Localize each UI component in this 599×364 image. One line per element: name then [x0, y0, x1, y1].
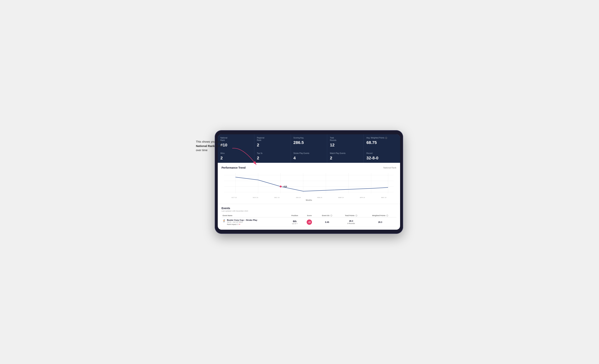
performance-section: Performance Trend National Rank — [218, 163, 400, 204]
events-section: Events Last updated: 24th November 2023 … — [218, 204, 400, 230]
stat-match-play: Match Play Events 2 — [327, 150, 363, 163]
x-label-nov23: NOV 23 — [245, 197, 266, 198]
tablet-device: NationalRank #10 RegionalRank 2 Scoring … — [215, 130, 403, 234]
rank-impact-arrow: ▼ — [239, 223, 240, 225]
event-total-points: 28.33 Rounds — [338, 217, 364, 227]
annotation-text: This shows you your National Rank trend … — [196, 140, 228, 152]
stat-top3s: Top 3s 2 — [254, 150, 291, 163]
col-event-name: Event Name — [221, 214, 287, 217]
event-date: Oct 9 – Oct 10, 2023 — [227, 221, 257, 223]
x-label-dec23: DEC 23 — [266, 197, 288, 198]
col-position: Position — [287, 214, 303, 217]
stats-grid-row1: NationalRank #10 RegionalRank 2 Scoring … — [218, 134, 400, 150]
event-rank-impact: Rank Impact: 3 ▼ — [227, 223, 257, 225]
events-table: Event Name Position Score Event SG i Tot… — [221, 214, 396, 227]
x-label-jan24: JAN 24 — [288, 197, 309, 198]
info-icon-weighted-points[interactable]: i — [386, 215, 388, 216]
performance-title: Performance Trend — [221, 166, 246, 169]
score-badge: -22 — [307, 220, 312, 225]
annotation-before: This shows you your — [196, 140, 222, 143]
x-label-mar24: MAR 24 — [330, 197, 352, 198]
x-label-feb24: FEB 24 — [309, 197, 330, 198]
events-title: Events — [221, 207, 396, 210]
event-name-cell: 🏌 Buster Cozy Cup – Stroke Play Oct 9 – … — [221, 217, 287, 227]
chart-container: #10 — [221, 171, 396, 196]
stat-stroke-play: Stroke Play Events 4 — [291, 150, 327, 163]
col-total-points: Total Points i — [338, 214, 364, 217]
event-weighted-points: 28.3 — [364, 217, 396, 227]
annotation-bold: National Rank — [196, 144, 215, 148]
tablet-screen: NationalRank #10 RegionalRank 2 Scoring … — [218, 134, 400, 230]
performance-header: Performance Trend National Rank — [221, 166, 396, 169]
stat-regional-rank: RegionalRank 2 — [254, 134, 291, 150]
info-icon-avg-weighted[interactable]: i — [385, 137, 387, 139]
stat-total-rounds: TotalRounds 12 — [327, 134, 363, 150]
x-label-apr24: APR 24 — [352, 197, 373, 198]
stat-record: Record 32-8-0 — [364, 150, 400, 163]
col-score: Score — [303, 214, 316, 217]
stats-grid-row2: Wins 2 Top 3s 2 Stroke Play Events 4 Mat… — [218, 150, 400, 163]
svg-text:#10: #10 — [283, 185, 287, 188]
outer-wrapper: This shows you your National Rank trend … — [196, 130, 403, 234]
performance-chart: #10 — [221, 171, 396, 196]
events-header: Events — [221, 207, 396, 210]
event-position: 6th out of 7 — [287, 217, 303, 227]
col-weighted-points: Weighted Points i — [364, 214, 396, 217]
event-sg: 0.45 — [316, 217, 338, 227]
info-icon-event-sg[interactable]: i — [330, 215, 332, 216]
events-last-updated: Last updated: 24th November 2023 — [221, 210, 396, 212]
info-icon-total-points[interactable]: i — [355, 215, 357, 216]
performance-subtitle: National Rank — [383, 167, 396, 169]
stat-scoring-avg: Scoring Avg. 286.5 — [291, 134, 327, 150]
col-event-sg: Event SG i — [316, 214, 338, 217]
x-label-oct23: OCT 23 — [223, 197, 245, 198]
event-golf-icon: 🏌 — [223, 219, 226, 222]
x-label-may24: MAY 24 — [373, 197, 395, 198]
svg-point-14 — [280, 186, 282, 187]
chart-x-labels: OCT 23 NOV 23 DEC 23 JAN 24 FEB 24 MAR 2… — [221, 197, 396, 198]
table-row: 🏌 Buster Cozy Cup – Stroke Play Oct 9 – … — [221, 217, 396, 227]
stat-avg-weighted: Avg. Weighted Points i 68.75 — [364, 134, 400, 150]
chart-x-axis-title: Months — [221, 199, 396, 201]
event-score: -22 — [303, 217, 316, 227]
event-name: Buster Cozy Cup – Stroke Play — [227, 219, 257, 221]
